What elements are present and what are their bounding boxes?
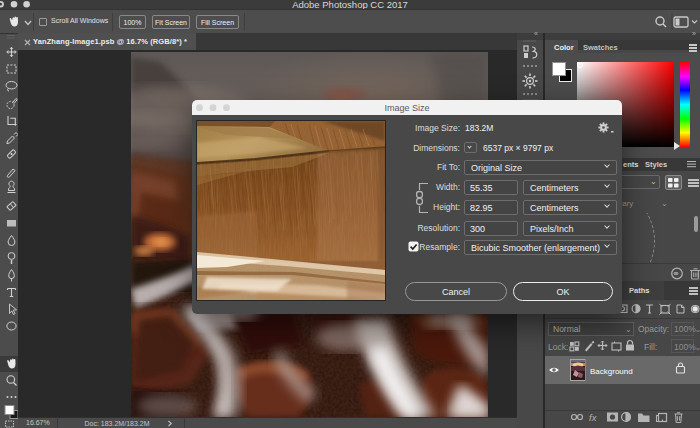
svg-text:Fill:: Fill: — [644, 342, 657, 352]
svg-text:100%: 100% — [674, 342, 696, 352]
svg-text:⌄: ⌄ — [625, 325, 632, 334]
svg-text:Normal: Normal — [553, 324, 581, 334]
svg-text:⌄: ⌄ — [695, 343, 700, 352]
svg-text:⌄: ⌄ — [695, 325, 700, 334]
svg-text:Opacity:: Opacity: — [638, 324, 669, 334]
svg-text:100%: 100% — [674, 324, 696, 334]
svg-text:Lock:: Lock: — [548, 342, 568, 352]
svg-text:Background: Background — [590, 367, 633, 376]
svg-text:fx: fx — [589, 412, 598, 423]
